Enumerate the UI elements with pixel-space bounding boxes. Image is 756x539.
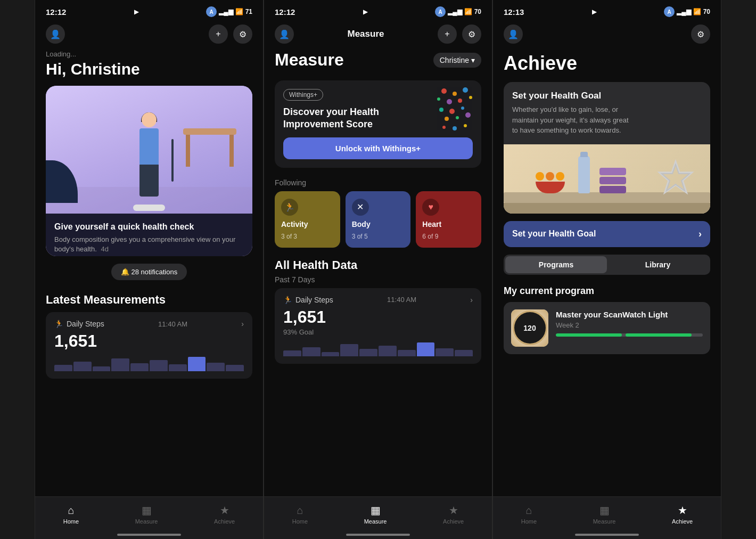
accu-icon-a: A <box>664 6 675 17</box>
location-icon-a: ▶ <box>592 9 596 15</box>
goal-illustration <box>504 144 710 214</box>
user-dropdown[interactable]: Christine ▾ <box>433 53 481 68</box>
svg-marker-16 <box>660 162 692 192</box>
unlock-withings-button[interactable]: Unlock with Withings+ <box>283 137 473 159</box>
achieve-icon-m: ★ <box>449 504 458 517</box>
steps-goal-m: 93% Goal <box>283 328 473 336</box>
tab-home-a[interactable]: ⌂ Home <box>511 501 547 528</box>
profile-button-a[interactable]: 👤 <box>504 24 523 44</box>
nav-bar-achieve: 👤 ⚙ <box>493 20 721 48</box>
watch-thumbnail: 120 <box>511 309 548 347</box>
measure-label-a: Measure <box>593 518 616 525</box>
withings-badge: Withings+ <box>283 89 323 101</box>
body-card-name: Body <box>352 220 405 228</box>
measure-screen: 12:12 ▶ A ▂▄▆ 📶 70 👤 Measure + ⚙ Measure… <box>264 0 492 539</box>
tab-measure-m[interactable]: ▦ Measure <box>354 501 398 528</box>
wifi-icon: 📶 <box>235 8 243 15</box>
following-card-heart[interactable]: ♥ Heart 6 of 9 <box>416 191 481 248</box>
profile-button[interactable]: 👤 <box>46 24 65 44</box>
home-indicator-a <box>575 534 639 536</box>
hero-illustration <box>46 86 252 214</box>
person-figure <box>122 112 176 208</box>
status-time-measure: 12:12 <box>275 7 295 17</box>
svg-point-10 <box>445 117 449 121</box>
health-goal-card[interactable]: Set your Health Goal Whether you'd like … <box>504 82 710 214</box>
table-decoration <box>183 128 236 171</box>
svg-point-7 <box>439 108 443 112</box>
measure-label-m: Measure <box>364 518 387 525</box>
dropdown-chevron: ▾ <box>471 56 475 64</box>
heart-card-count: 6 of 9 <box>422 233 475 240</box>
withings-card[interactable]: Withings+ Discover your Health Improveme… <box>275 80 481 168</box>
home-label-m: Home <box>292 518 308 525</box>
steps-label-m: 🏃 Daily Steps <box>283 296 333 304</box>
greeting-text: Hi, Christine <box>35 58 263 86</box>
tab-home[interactable]: ⌂ Home <box>53 501 89 528</box>
measurement-header-m: 🏃 Daily Steps 11:40 AM › <box>283 296 473 304</box>
hero-text-area: Give yourself a quick health check Body … <box>46 214 252 256</box>
activity-card-icon: 🏃 <box>281 199 298 216</box>
tab-measure-a[interactable]: ▦ Measure <box>582 501 627 528</box>
add-button[interactable]: + <box>209 24 228 44</box>
settings-button-m[interactable]: ⚙ <box>462 24 481 44</box>
daily-steps-card[interactable]: 🏃 🏃 Daily Steps Daily Steps 11:40 AM › 1… <box>46 312 252 379</box>
accu-icon: A <box>206 6 217 17</box>
steps-value-m: 1,651 <box>283 307 473 327</box>
status-time-a: 12:13 <box>504 7 524 17</box>
tab-bar-achieve: ⌂ Home ▦ Measure ★ Achieve <box>493 496 721 539</box>
location-icon: ▶ <box>134 9 138 15</box>
nav-bar-measure: 👤 Measure + ⚙ <box>264 20 492 48</box>
body-card-count: 3 of 5 <box>352 233 405 240</box>
location-icon-m: ▶ <box>363 9 367 15</box>
set-health-goal-button[interactable]: Set your Health Goal › <box>504 221 710 247</box>
add-button-m[interactable]: + <box>438 24 457 44</box>
goal-card-desc: Whether you'd like to gain, lose, or mai… <box>512 104 629 136</box>
program-week: Week 2 <box>556 321 703 329</box>
battery-level: 71 <box>245 8 252 15</box>
chevron-right-icon: › <box>241 320 244 328</box>
hero-card[interactable]: Give yourself a quick health check Body … <box>46 86 252 256</box>
profile-button-m[interactable]: 👤 <box>275 24 294 44</box>
measure-page-title: Measure <box>275 50 344 70</box>
steps-icon: 🏃 <box>54 320 63 328</box>
signal-bars-a: ▂▄▆ <box>677 8 691 15</box>
tab-achieve-a[interactable]: ★ Achieve <box>661 501 703 528</box>
library-toggle-btn[interactable]: Library <box>607 256 709 273</box>
measure-tab-label: Measure <box>135 518 158 525</box>
progress-segment-2 <box>626 333 692 337</box>
tab-measure[interactable]: ▦ Measure <box>125 501 169 528</box>
activity-card-count: 3 of 3 <box>281 233 334 240</box>
svg-point-11 <box>456 116 459 119</box>
goal-card-top: Set your Health Goal Whether you'd like … <box>504 82 710 144</box>
settings-button[interactable]: ⚙ <box>233 24 252 44</box>
svg-point-15 <box>464 124 467 127</box>
notification-badge[interactable]: 🔔 28 notifications <box>111 264 187 280</box>
star-decoration <box>657 159 694 197</box>
measurement-header: 🏃 🏃 Daily Steps Daily Steps 11:40 AM › <box>54 320 244 328</box>
home-screen: 12:12 ▶ A ▂▄▆ 📶 71 👤 + ⚙ Loading... Hi, … <box>35 0 264 539</box>
chevron-steps-m: › <box>470 296 473 304</box>
programs-toggle-btn[interactable]: Programs <box>505 256 607 273</box>
achieve-label-m: Achieve <box>443 518 464 525</box>
past-days-label: Past 7 Days <box>264 274 492 288</box>
measurement-time: 11:40 AM <box>158 320 187 328</box>
body-card-icon: ✕ <box>352 199 369 216</box>
svg-point-4 <box>447 99 452 104</box>
settings-button-a[interactable]: ⚙ <box>691 24 710 44</box>
daily-steps-card-measure[interactable]: 🏃 Daily Steps 11:40 AM › 1,651 93% Goal <box>275 288 481 364</box>
progress-gap <box>623 333 624 337</box>
home-tab-icon: ⌂ <box>68 504 74 517</box>
tab-achieve-m[interactable]: ★ Achieve <box>432 501 474 528</box>
following-card-activity[interactable]: 🏃 Activity 3 of 3 <box>275 191 340 248</box>
home-tab-label: Home <box>63 518 79 525</box>
achieve-tab-label: Achieve <box>214 518 235 525</box>
following-card-body[interactable]: ✕ Body 3 of 5 <box>346 191 411 248</box>
achieve-page-title: Achieve <box>493 48 721 82</box>
program-card[interactable]: 120 Master your ScanWatch Light Week 2 <box>504 302 710 354</box>
tab-bar-home: ⌂ Home ▦ Measure ★ Achieve <box>35 496 263 539</box>
tab-home-m[interactable]: ⌂ Home <box>282 501 318 528</box>
measure-icon-a: ▦ <box>599 504 610 517</box>
watch-face: 120 <box>511 309 548 347</box>
all-health-title: All Health Data <box>264 255 492 274</box>
tab-achieve[interactable]: ★ Achieve <box>203 501 245 528</box>
